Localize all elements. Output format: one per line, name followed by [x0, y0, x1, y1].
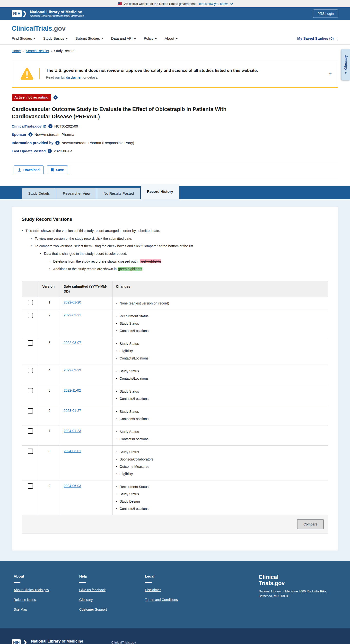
red-highlight-sample: red highlights — [140, 260, 161, 263]
info-icon[interactable] — [55, 141, 60, 145]
download-button[interactable]: Download — [14, 166, 44, 174]
info-icon[interactable] — [53, 96, 58, 100]
date-submitted-link[interactable]: 2022-09-29 — [64, 368, 81, 372]
version-checkbox[interactable] — [28, 368, 33, 373]
site-logo-primary: ClinicalTrials — [12, 25, 52, 32]
save-button[interactable]: Save — [47, 166, 68, 174]
tab[interactable]: Record History — [141, 184, 179, 199]
nav-item[interactable]: Policy — [144, 36, 156, 40]
breadcrumb-item: Home — [12, 49, 24, 53]
glossary-side-tab[interactable]: « Glossary — [341, 49, 350, 80]
meta-value: 2024-06-04 — [54, 149, 72, 153]
warning-icon — [19, 67, 35, 80]
tab[interactable]: Study Details — [22, 188, 56, 199]
date-submitted-link[interactable]: 2023-01-27 — [64, 409, 81, 412]
breadcrumb-link[interactable]: Home — [12, 49, 21, 53]
footer-link[interactable]: Customer Support — [79, 608, 145, 612]
tab[interactable]: Researcher View — [56, 188, 97, 199]
how-you-know-link[interactable]: Here's how you know — [198, 2, 227, 6]
info-icon[interactable] — [48, 124, 52, 128]
info-icon[interactable] — [28, 132, 32, 136]
version-column-header: Version — [39, 281, 60, 297]
version-number: 1 — [39, 297, 60, 310]
date-submitted-link[interactable]: 2024-06-03 — [64, 484, 81, 488]
footer-address: National Library of Medicine 8600 Rockvi… — [259, 589, 336, 598]
nih-logo[interactable]: NIH ❯ National Library of Medicine Natio… — [12, 10, 84, 17]
meta-value: NewAmsterdam Pharma (Responsible Party) — [61, 141, 134, 145]
date-submitted-link[interactable]: 2022-01-20 — [64, 300, 81, 304]
version-checkbox[interactable] — [28, 483, 33, 489]
table-row: 6 2023-01-27 Study StatusContacts/Locati… — [22, 405, 328, 426]
compare-row: Compare — [22, 515, 328, 534]
prs-login-button[interactable]: PRS Login — [313, 10, 338, 18]
change-item: Study Status — [116, 429, 325, 435]
change-item: Sponsor/Collaborators — [116, 456, 325, 462]
chevron-down-icon — [176, 37, 178, 39]
changes-list: Recruitment StatusStudy StatusContacts/L… — [116, 313, 325, 334]
breadcrumb-link[interactable]: Study Record — [54, 49, 75, 53]
meta-label: Sponsor — [12, 132, 26, 136]
footer-link[interactable]: Give us feedback — [79, 588, 145, 592]
chevron-down-icon — [155, 37, 157, 39]
footer-link[interactable]: Release Notes — [14, 598, 79, 602]
version-checkbox[interactable] — [28, 388, 33, 393]
change-item: Study Status — [116, 341, 325, 346]
date-submitted-link[interactable]: 2022-11-02 — [64, 388, 81, 392]
breadcrumb: HomeSearch ResultsStudy Record — [0, 44, 350, 55]
site-logo[interactable]: ClinicalTrials.gov — [12, 25, 66, 32]
study-meta: ClinicalTrials.gov ID NCT05202509 Sponso… — [12, 124, 338, 153]
change-item: Contacts/Locations — [116, 416, 325, 422]
version-checkbox[interactable] — [28, 300, 33, 305]
footer-link[interactable]: Glossary — [79, 598, 145, 602]
my-saved-studies-link[interactable]: My Saved Studies (0) — [297, 36, 338, 40]
footer-link[interactable]: Disclaimer — [145, 588, 210, 592]
footer-link[interactable]: Site Map — [14, 608, 79, 612]
versions-notes: This table shows all the versions of thi… — [22, 228, 328, 272]
note-item-red: Deletions from the study record are show… — [49, 259, 328, 264]
version-number: 6 — [39, 405, 60, 426]
chevron-down-icon — [230, 2, 233, 4]
version-checkbox[interactable] — [28, 340, 33, 346]
change-item: Eligibility — [116, 348, 325, 354]
info-icon[interactable] — [48, 149, 52, 153]
disclaimer-sub: Read our full disclaimer for details. — [46, 76, 258, 79]
version-number: 2 — [39, 310, 60, 337]
date-submitted-link[interactable]: 2022-08-07 — [64, 341, 81, 345]
gov-banner: An official website of the United States… — [0, 0, 350, 7]
nih-acronym: NIH — [12, 639, 21, 644]
disclaimer-link[interactable]: disclaimer — [66, 76, 81, 79]
divider — [71, 166, 71, 174]
nav-item[interactable]: Data and API — [111, 36, 135, 40]
footer-column-heading: Legal — [145, 574, 210, 578]
nav-item[interactable]: Submit Studies — [75, 36, 103, 40]
footer-column-heading: Help — [79, 574, 145, 578]
footer-columns: About About ClinicalTrials.govRelease No… — [14, 574, 210, 617]
tab[interactable]: No Results Posted — [97, 188, 140, 199]
nlm-footer-logo[interactable]: NIH ❯ National Library of Medicine Natio… — [12, 639, 102, 644]
breadcrumb-link[interactable]: Search Results — [26, 49, 49, 53]
date-submitted-link[interactable]: 2024-03-01 — [64, 449, 81, 453]
footer-link[interactable]: Terms and Conditions — [145, 598, 210, 602]
change-item: Study Design — [116, 498, 325, 504]
footer-site-logo: Clinical Trials.gov — [259, 574, 336, 586]
expand-banner-button[interactable]: + — [328, 71, 332, 77]
version-checkbox[interactable] — [28, 313, 33, 318]
nav-item[interactable]: Study Basics — [43, 36, 67, 40]
footer-link[interactable]: About ClinicalTrials.gov — [14, 588, 79, 592]
version-checkbox[interactable] — [28, 448, 33, 454]
disclaimer-banner: The U.S. government does not review or a… — [12, 60, 338, 88]
compare-button[interactable]: Compare — [297, 519, 324, 529]
meta-row: ClinicalTrials.gov ID NCT05202509 — [12, 124, 338, 128]
footer-column: About About ClinicalTrials.govRelease No… — [14, 574, 79, 617]
change-item: Recruitment Status — [116, 313, 325, 319]
date-submitted-link[interactable]: 2022-02-21 — [64, 313, 81, 317]
version-checkbox[interactable] — [28, 428, 33, 434]
date-submitted-link[interactable]: 2024-01-23 — [64, 429, 81, 433]
footer-logo-block: Clinical Trials.gov National Library of … — [259, 574, 336, 617]
version-checkbox[interactable] — [28, 408, 33, 414]
action-bar: Download Save — [12, 162, 338, 178]
nav-item[interactable]: About — [165, 36, 177, 40]
meta-row: Sponsor NewAmsterdam Pharma — [12, 132, 338, 136]
nav-item[interactable]: Find Studies — [12, 36, 35, 40]
nav-list: Find StudiesStudy BasicsSubmit StudiesDa… — [12, 36, 177, 40]
